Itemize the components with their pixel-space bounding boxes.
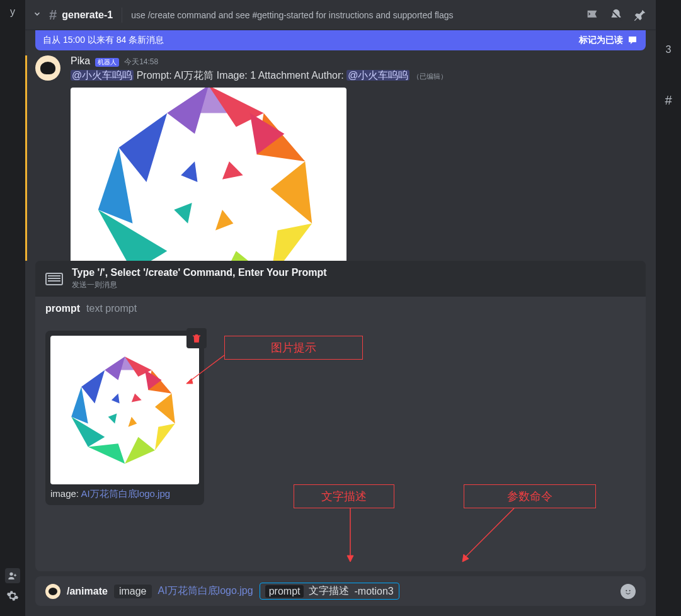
svg-marker-7 [271, 223, 312, 261]
svg-marker-18 [81, 370, 105, 403]
arrow-annotation [180, 352, 231, 390]
prompt-placeholder: text prompt [86, 303, 137, 314]
svg-marker-24 [155, 393, 175, 423]
add-member-icon[interactable] [5, 568, 20, 583]
timestamp: 今天14:58 [124, 57, 158, 67]
right-sidebar: 3 # [656, 0, 681, 616]
svg-line-37 [464, 508, 514, 559]
attachment-image[interactable] [71, 88, 346, 261]
notification-mute-icon[interactable] [609, 8, 623, 22]
svg-marker-15 [174, 202, 192, 223]
delete-attachment-button[interactable] [186, 328, 207, 348]
message-item: Pika 机器人 今天14:58 @小火车呜呜 Prompt: AI万花筒 Im… [25, 30, 656, 261]
param-image-value[interactable]: AI万花筒白底logo.jpg [158, 585, 253, 598]
hash-icon[interactable]: # [656, 93, 681, 108]
annotation-text-desc: 文字描述 [294, 484, 394, 508]
main-column: # generate-1 use /create command and see… [25, 0, 656, 616]
new-messages-bar[interactable]: 自从 15:00 以来有 84 条新消息 标记为已读 [35, 30, 646, 50]
channel-header: # generate-1 use /create command and see… [25, 0, 656, 30]
divider [122, 8, 122, 23]
prompt-hint-row: prompt text prompt [35, 297, 646, 321]
reply-hint-bar: Type '/', Select '/create' Command, Ente… [35, 261, 646, 297]
svg-point-41 [629, 590, 631, 591]
param-image-key[interactable]: image [114, 585, 152, 598]
reply-subtitle: 发送一则消息 [72, 280, 327, 290]
message-content: @小火车呜呜 Prompt: AI万花筒 Image: 1 Attachment… [71, 69, 646, 83]
svg-marker-2 [119, 113, 168, 182]
bot-tag: 机器人 [95, 58, 119, 67]
svg-marker-6 [209, 251, 271, 261]
mention[interactable]: @小火车呜呜 [71, 70, 134, 81]
sidebar-top-letter: y [10, 6, 15, 18]
svg-marker-21 [88, 443, 125, 464]
reply-title: Type '/', Select '/create' Command, Ente… [72, 267, 327, 278]
svg-marker-14 [181, 161, 197, 182]
svg-marker-3 [98, 147, 133, 223]
new-messages-text: 自从 15:00 以来有 84 条新消息 [43, 35, 164, 46]
prompt-key: prompt [45, 303, 80, 314]
arrow-annotation [457, 508, 520, 565]
svg-point-39 [624, 586, 633, 596]
chevron-down-icon[interactable] [30, 9, 44, 21]
emoji-picker-button[interactable] [621, 584, 636, 599]
edited-tag: （已编辑） [413, 72, 447, 80]
message-input-bar[interactable]: /animate image AI万花筒白底logo.jpg prompt 文字… [35, 576, 646, 606]
right-count: 3 [656, 44, 681, 55]
svg-marker-29 [132, 393, 142, 402]
svg-marker-32 [128, 417, 137, 427]
svg-marker-8 [271, 161, 312, 224]
svg-marker-34 [186, 379, 193, 384]
svg-marker-36 [347, 556, 353, 562]
settings-icon[interactable] [6, 590, 19, 605]
username[interactable]: Pika [71, 55, 90, 67]
upload-thumbnail[interactable] [50, 336, 199, 484]
svg-marker-4 [98, 209, 167, 261]
bot-avatar-small [45, 584, 60, 599]
param-prompt-chip[interactable]: prompt 文字描述 -motion3 [260, 583, 399, 600]
keyboard-icon [45, 273, 63, 285]
channel-name: generate-1 [62, 9, 113, 21]
upload-filename: image: AI万花筒白底logo.jpg [50, 488, 199, 500]
svg-marker-16 [215, 209, 233, 230]
svg-marker-31 [108, 413, 117, 423]
kaleidoscope-logo [71, 88, 346, 261]
annotation-image-hint: 图片提示 [224, 336, 363, 360]
svg-marker-23 [155, 423, 175, 450]
svg-marker-19 [71, 387, 88, 423]
svg-marker-13 [222, 161, 243, 179]
slash-command: /animate [67, 586, 108, 597]
upload-area: image: AI万花筒白底logo.jpg 图片提示 文字描述 参数命令 [35, 321, 646, 571]
annotation-param-cmd: 参数命令 [464, 484, 596, 508]
message-area: 自从 15:00 以来有 84 条新消息 标记为已读 Pika 机器人 今天14… [25, 30, 656, 261]
svg-marker-30 [112, 393, 120, 403]
svg-marker-22 [125, 436, 155, 463]
channel-topic[interactable]: use /create command and see #getting-sta… [131, 10, 580, 20]
mention[interactable]: @小火车呜呜 [346, 70, 409, 81]
svg-point-40 [626, 590, 627, 591]
arrow-annotation [338, 508, 363, 565]
hash-icon: # [49, 7, 57, 23]
svg-line-33 [186, 355, 224, 384]
mark-read-button[interactable]: 标记为已读 [579, 35, 638, 46]
svg-point-0 [9, 573, 13, 576]
avatar[interactable] [35, 55, 60, 81]
threads-icon[interactable] [585, 8, 599, 22]
left-sidebar: y [0, 0, 25, 616]
svg-marker-20 [71, 417, 105, 447]
svg-marker-38 [462, 554, 469, 562]
pin-icon[interactable] [633, 8, 647, 22]
